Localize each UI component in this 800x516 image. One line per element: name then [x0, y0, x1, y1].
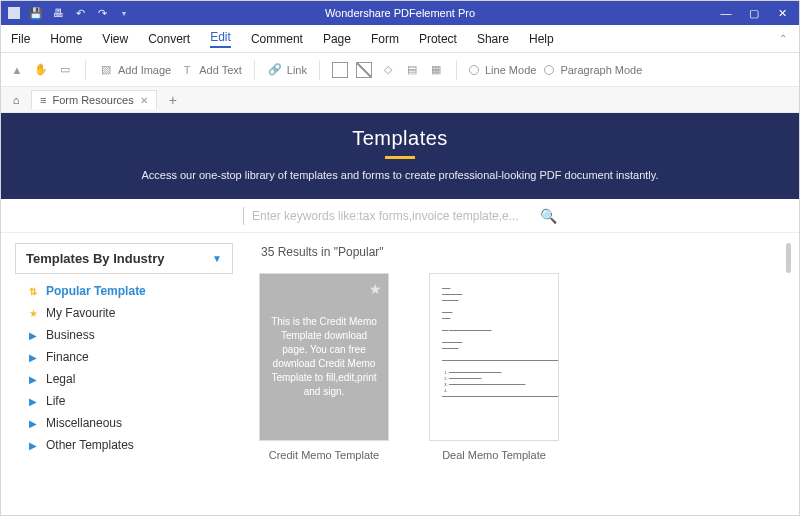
new-tab-button[interactable]: +: [163, 93, 183, 107]
cat-popular[interactable]: ⇅Popular Template: [17, 280, 231, 302]
pointer-icon[interactable]: ▲: [9, 62, 25, 78]
line-mode-radio[interactable]: Line Mode: [469, 64, 536, 76]
cat-finance[interactable]: ▶Finance: [17, 346, 231, 368]
hand-icon[interactable]: ✋: [33, 62, 49, 78]
cat-label: Business: [46, 328, 95, 342]
template-thumbnail: ━━━━━━━━━━━━━━━━━━━━━━━━━━━━━━━━━━ ━━━━━…: [429, 273, 559, 441]
select-icon[interactable]: ▭: [57, 62, 73, 78]
tab-doc-icon: ≡: [40, 94, 46, 106]
menu-help[interactable]: Help: [529, 32, 554, 46]
menu-convert[interactable]: Convert: [148, 32, 190, 46]
category-list: ⇅Popular Template ★My Favourite ▶Busines…: [15, 274, 233, 462]
separator: [456, 60, 457, 80]
add-text-label: Add Text: [199, 64, 242, 76]
radio-icon: [544, 65, 554, 75]
popular-icon: ⇅: [27, 286, 39, 297]
cat-label: My Favourite: [46, 306, 115, 320]
template-caption: Deal Memo Template: [429, 449, 559, 461]
bates-icon[interactable]: ▦: [428, 62, 444, 78]
template-search-bar: Enter keywords like:tax forms,invoice te…: [1, 199, 799, 233]
triangle-icon: ▶: [27, 396, 39, 407]
doc-preview-icon: ━━━━━━━━━━━━━━━━━━━━━━━━━━━━━━━━━━ ━━━━━…: [430, 274, 558, 440]
app-logo-icon: [7, 6, 21, 20]
sidebar-heading-label: Templates By Industry: [26, 251, 164, 266]
template-card[interactable]: ★ This is the Credit Memo Template downl…: [259, 273, 389, 461]
cat-label: Finance: [46, 350, 89, 364]
cat-label: Life: [46, 394, 65, 408]
home-tab-icon[interactable]: ⌂: [7, 94, 25, 106]
results-label: Results in "Popular": [274, 245, 383, 259]
banner-subtitle: Access our one-stop library of templates…: [21, 169, 779, 181]
menu-view[interactable]: View: [102, 32, 128, 46]
image-icon: ▧: [98, 62, 114, 78]
cat-life[interactable]: ▶Life: [17, 390, 231, 412]
search-icon[interactable]: 🔍: [540, 208, 557, 224]
cat-favourite[interactable]: ★My Favourite: [17, 302, 231, 324]
paragraph-mode-radio[interactable]: Paragraph Mode: [544, 64, 642, 76]
document-tabs: ⌂ ≡ Form Resources ✕ +: [1, 87, 799, 113]
close-button[interactable]: ✕: [775, 7, 789, 20]
templates-banner: Templates Access our one-stop library of…: [1, 113, 799, 199]
link-button[interactable]: 🔗Link: [267, 62, 307, 78]
cat-label: Legal: [46, 372, 75, 386]
menu-comment[interactable]: Comment: [251, 32, 303, 46]
maximize-button[interactable]: ▢: [747, 7, 761, 20]
tab-form-resources[interactable]: ≡ Form Resources ✕: [31, 90, 157, 109]
separator: [319, 60, 320, 80]
paragraph-mode-label: Paragraph Mode: [560, 64, 642, 76]
menu-form[interactable]: Form: [371, 32, 399, 46]
chevron-down-icon: ▼: [212, 253, 222, 264]
menu-protect[interactable]: Protect: [419, 32, 457, 46]
background-icon[interactable]: ◇: [380, 62, 396, 78]
cat-label: Popular Template: [46, 284, 146, 298]
quick-access-toolbar: 💾 🖶 ↶ ↷ ▾: [1, 6, 131, 20]
results-heading: 35 Results in "Popular": [261, 245, 785, 259]
add-text-button[interactable]: TAdd Text: [179, 62, 242, 78]
cat-misc[interactable]: ▶Miscellaneous: [17, 412, 231, 434]
search-input[interactable]: Enter keywords like:tax forms,invoice te…: [252, 209, 532, 223]
template-card[interactable]: ━━━━━━━━━━━━━━━━━━━━━━━━━━━━━━━━━━ ━━━━━…: [429, 273, 559, 461]
template-grid: ★ This is the Credit Memo Template downl…: [259, 273, 785, 461]
redo-icon[interactable]: ↷: [95, 6, 109, 20]
menu-edit[interactable]: Edit: [210, 30, 231, 48]
star-icon: ★: [27, 308, 39, 319]
menu-home[interactable]: Home: [50, 32, 82, 46]
triangle-icon: ▶: [27, 352, 39, 363]
print-icon[interactable]: 🖶: [51, 6, 65, 20]
tab-close-icon[interactable]: ✕: [140, 95, 148, 106]
undo-icon[interactable]: ↶: [73, 6, 87, 20]
sidebar-heading[interactable]: Templates By Industry ▼: [15, 243, 233, 274]
link-icon: 🔗: [267, 62, 283, 78]
watermark-icon[interactable]: [356, 62, 372, 78]
menu-page[interactable]: Page: [323, 32, 351, 46]
template-caption: Credit Memo Template: [259, 449, 389, 461]
minimize-button[interactable]: ―: [719, 7, 733, 20]
add-image-label: Add Image: [118, 64, 171, 76]
cat-other[interactable]: ▶Other Templates: [17, 434, 231, 456]
save-icon[interactable]: 💾: [29, 6, 43, 20]
collapse-ribbon-icon[interactable]: ⌃: [779, 33, 787, 44]
thumbnail-overlay-text: This is the Credit Memo Template downloa…: [270, 315, 378, 399]
cat-legal[interactable]: ▶Legal: [17, 368, 231, 390]
cat-label: Other Templates: [46, 438, 134, 452]
triangle-icon: ▶: [27, 330, 39, 341]
radio-icon: [469, 65, 479, 75]
add-image-button[interactable]: ▧Add Image: [98, 62, 171, 78]
titlebar: 💾 🖶 ↶ ↷ ▾ Wondershare PDFelement Pro ― ▢…: [1, 1, 799, 25]
scrollbar[interactable]: [786, 243, 791, 273]
separator: [85, 60, 86, 80]
results-count: 35: [261, 245, 274, 259]
menu-share[interactable]: Share: [477, 32, 509, 46]
favourite-star-icon[interactable]: ★: [369, 280, 382, 300]
menu-file[interactable]: File: [11, 32, 30, 46]
qat-dropdown-icon[interactable]: ▾: [117, 6, 131, 20]
triangle-icon: ▶: [27, 440, 39, 451]
crop-icon[interactable]: [332, 62, 348, 78]
link-label: Link: [287, 64, 307, 76]
banner-underline: [385, 156, 415, 159]
cat-business[interactable]: ▶Business: [17, 324, 231, 346]
header-icon[interactable]: ▤: [404, 62, 420, 78]
edit-toolbar: ▲ ✋ ▭ ▧Add Image TAdd Text 🔗Link ◇ ▤ ▦ L…: [1, 53, 799, 87]
menu-bar: File Home View Convert Edit Comment Page…: [1, 25, 799, 53]
triangle-icon: ▶: [27, 418, 39, 429]
